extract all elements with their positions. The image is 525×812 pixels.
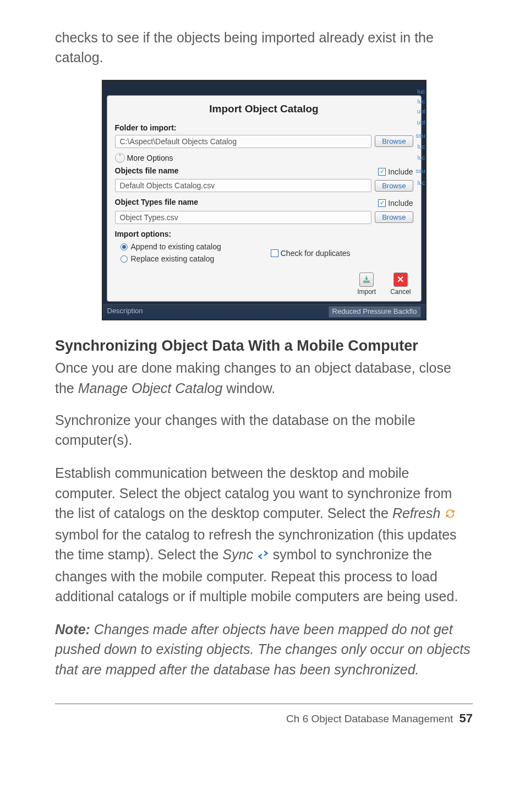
p1-manage-catalog: Manage Object Catalog <box>78 380 223 396</box>
import-options-label: Import options: <box>115 228 413 239</box>
dialog-title: Import Object Catalog <box>115 101 413 117</box>
objects-browse-button[interactable]: Browse <box>375 180 413 192</box>
objects-file-input[interactable] <box>115 179 372 192</box>
radio-icon <box>121 243 128 250</box>
p3-sync: Sync <box>222 547 253 562</box>
dialog-button-bar: Import ✕ Cancel <box>115 269 413 298</box>
objects-file-label: Objects file name <box>115 165 179 176</box>
include-label-2: Include <box>388 198 413 209</box>
check-icon: ✓ <box>378 199 386 207</box>
dialog-window: luc luc ubl ubl ssu luc luc ssu luc Impo… <box>102 80 426 320</box>
section-heading: Synchronizing Object Data With a Mobile … <box>55 337 473 355</box>
folder-label: Folder to import: <box>115 122 413 133</box>
footer-chapter: Ch 6 Object Database Management <box>286 713 453 724</box>
radio-group: Append to existing catalog Replace exist… <box>121 241 221 266</box>
import-caption: Import <box>357 287 376 297</box>
check-icon: ✓ <box>378 168 386 176</box>
bg-edge-5: ssu <box>415 132 425 140</box>
bg-tab-1 <box>129 86 130 95</box>
bg-edge-8: ssu <box>415 167 425 176</box>
background-tabs <box>107 86 422 95</box>
footer-rule <box>55 704 473 704</box>
note-paragraph: Note: Changes made after objects have be… <box>55 619 473 679</box>
p3-refresh: Refresh <box>392 505 441 521</box>
cancel-caption: Cancel <box>390 287 411 297</box>
paragraph-3: Establish communication between the desk… <box>55 463 473 606</box>
radio-icon <box>121 255 128 263</box>
more-options-expander[interactable]: ˄ <box>115 153 125 163</box>
bg-tab-3 <box>231 86 233 95</box>
description-bar: Description Reduced Pressure Backflo <box>103 304 425 319</box>
bg-edge-1: luc <box>417 88 425 96</box>
bg-edge-3: ubl <box>417 107 425 116</box>
check-dup-label: Check for duplicates <box>281 248 351 259</box>
types-file-label: Object Types file name <box>115 197 198 208</box>
types-browse-button[interactable]: Browse <box>375 211 413 223</box>
sync-icon <box>257 546 269 566</box>
paragraph-2: Synchronize your changes with the databa… <box>55 410 473 450</box>
svg-rect-0 <box>363 280 370 283</box>
append-radio[interactable]: Append to existing catalog <box>121 241 221 252</box>
replace-label: Replace existing catalog <box>131 253 215 264</box>
bg-tab-2 <box>180 86 182 95</box>
bg-edge-4: ubl <box>417 118 425 127</box>
more-options-label: More Options <box>127 152 173 164</box>
refresh-icon <box>444 505 456 525</box>
note-label: Note: <box>55 622 90 637</box>
page-footer: Ch 6 Object Database Management 57 <box>55 710 473 727</box>
intro-text: checks to see if the objects being impor… <box>55 28 473 68</box>
footer-page-number: 57 <box>460 711 473 725</box>
types-file-input[interactable] <box>115 211 372 224</box>
append-label: Append to existing catalog <box>131 241 221 252</box>
checkbox-icon: ✓ <box>271 249 278 257</box>
dialog-panel: Import Object Catalog Folder to import: … <box>107 95 422 302</box>
desc-right: Reduced Pressure Backflo <box>329 306 421 318</box>
import-button[interactable] <box>359 273 374 287</box>
check-duplicates-checkbox[interactable]: ✓ Check for duplicates <box>271 241 351 266</box>
bg-edge-2: luc <box>417 97 425 106</box>
bg-edge-7: luc <box>417 154 425 162</box>
bg-edge-6: luc <box>417 143 425 151</box>
objects-include-checkbox[interactable]: ✓ Include <box>378 166 413 177</box>
bg-edge-9: luc <box>417 179 425 188</box>
folder-input[interactable] <box>115 135 372 148</box>
types-include-checkbox[interactable]: ✓ Include <box>378 198 413 209</box>
import-icon <box>362 275 371 285</box>
include-label-1: Include <box>388 166 413 177</box>
dialog-figure: luc luc ubl ubl ssu luc luc ssu luc Impo… <box>55 80 473 320</box>
note-body: Changes made after objects have been map… <box>55 622 471 677</box>
folder-browse-button[interactable]: Browse <box>375 135 413 147</box>
desc-left: Description <box>107 306 143 318</box>
p1c: window. <box>222 380 275 396</box>
paragraph-1: Once you are done making changes to an o… <box>55 358 473 398</box>
cancel-button[interactable]: ✕ <box>393 273 408 287</box>
replace-radio[interactable]: Replace existing catalog <box>121 253 221 264</box>
